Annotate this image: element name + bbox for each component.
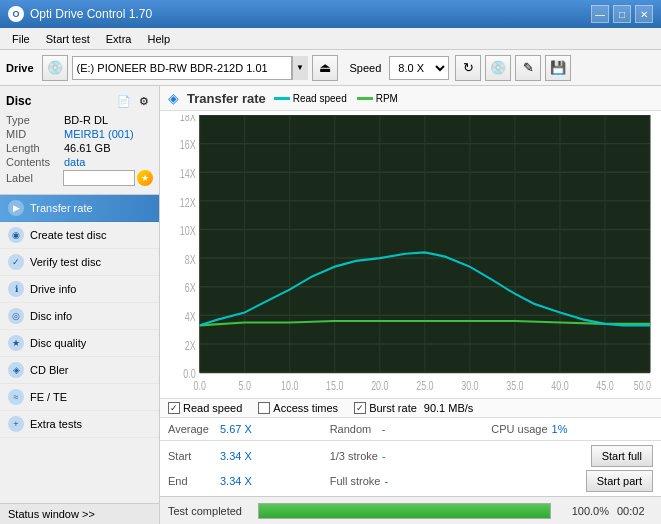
legend-rpm: RPM bbox=[357, 93, 398, 104]
cb-burst-rate-label: Burst rate bbox=[369, 402, 417, 414]
nav-drive-info-label: Drive info bbox=[30, 283, 76, 295]
nav-create-test-disc[interactable]: ◉ Create test disc bbox=[0, 222, 159, 249]
nav-transfer-rate[interactable]: ▶ Transfer rate bbox=[0, 195, 159, 222]
svg-text:8X: 8X bbox=[185, 252, 196, 266]
svg-text:50.0 GB: 50.0 GB bbox=[634, 378, 653, 392]
start-value: 3.34 X bbox=[220, 450, 252, 462]
chart-header: ◈ Transfer rate Read speed RPM bbox=[160, 86, 661, 111]
disc-button[interactable]: 💿 bbox=[485, 55, 511, 81]
stroke13-value: - bbox=[382, 450, 386, 462]
length-value: 46.61 GB bbox=[64, 142, 110, 154]
menu-start-test[interactable]: Start test bbox=[38, 31, 98, 47]
nav-verify-test-disc[interactable]: ✓ Verify test disc bbox=[0, 249, 159, 276]
eject-button[interactable]: ⏏ bbox=[312, 55, 338, 81]
action-rows: Start 3.34 X 1/3 stroke - Start full End… bbox=[160, 441, 661, 496]
progress-area: Test completed 100.0% 00:02 bbox=[160, 496, 661, 524]
write-button[interactable]: ✎ bbox=[515, 55, 541, 81]
nav-create-test-disc-label: Create test disc bbox=[30, 229, 106, 241]
svg-text:18X: 18X bbox=[180, 115, 196, 123]
nav-cd-bler[interactable]: ◈ CD Bler bbox=[0, 357, 159, 384]
drive-info-icon: ℹ bbox=[8, 281, 24, 297]
end-label: End bbox=[168, 475, 216, 487]
sidebar: Disc 📄 ⚙ Type BD-R DL MID MEIRB1 (001) L… bbox=[0, 86, 160, 524]
progress-time: 00:02 bbox=[617, 505, 653, 517]
cb-access-times-box[interactable] bbox=[258, 402, 270, 414]
svg-text:0.0: 0.0 bbox=[193, 378, 205, 392]
start-part-button[interactable]: Start part bbox=[586, 470, 653, 492]
disc-panel: Disc 📄 ⚙ Type BD-R DL MID MEIRB1 (001) L… bbox=[0, 86, 159, 195]
legend-read-label: Read speed bbox=[293, 93, 347, 104]
nav-disc-info-label: Disc info bbox=[30, 310, 72, 322]
nav-disc-info[interactable]: ◎ Disc info bbox=[0, 303, 159, 330]
chart-icon: ◈ bbox=[168, 90, 179, 106]
progress-bar-fill bbox=[259, 504, 550, 518]
svg-text:10X: 10X bbox=[180, 224, 196, 238]
contents-value[interactable]: data bbox=[64, 156, 85, 168]
average-label: Average bbox=[168, 423, 216, 435]
random-label: Random bbox=[330, 423, 378, 435]
transfer-rate-icon: ▶ bbox=[8, 200, 24, 216]
type-value: BD-R DL bbox=[64, 114, 108, 126]
burst-rate-value: 90.1 MB/s bbox=[424, 402, 474, 414]
app-icon: O bbox=[8, 6, 24, 22]
nav-transfer-rate-label: Transfer rate bbox=[30, 202, 93, 214]
legend-read-speed: Read speed bbox=[274, 93, 347, 104]
close-button[interactable]: ✕ bbox=[635, 5, 653, 23]
average-value: 5.67 X bbox=[220, 423, 252, 435]
svg-text:40.0: 40.0 bbox=[551, 378, 568, 392]
svg-text:30.0: 30.0 bbox=[461, 378, 478, 392]
svg-text:45.0: 45.0 bbox=[596, 378, 613, 392]
menu-help[interactable]: Help bbox=[139, 31, 178, 47]
nav-fe-te-label: FE / TE bbox=[30, 391, 67, 403]
toolbar: Drive 💿 (E:) PIONEER BD-RW BDR-212D 1.01… bbox=[0, 50, 661, 86]
disc-title: Disc bbox=[6, 94, 31, 108]
svg-text:5.0: 5.0 bbox=[239, 378, 251, 392]
label-icon[interactable]: ★ bbox=[137, 170, 153, 186]
nav-cd-bler-label: CD Bler bbox=[30, 364, 69, 376]
chart-container: 18X 16X 14X 12X 10X 8X 6X 4X 2X 0.0 0.0 … bbox=[160, 111, 661, 398]
contents-label: Contents bbox=[6, 156, 64, 168]
cb-read-speed[interactable]: Read speed bbox=[168, 402, 242, 414]
label-label: Label bbox=[6, 172, 63, 184]
svg-text:6X: 6X bbox=[185, 281, 196, 295]
nav-drive-info[interactable]: ℹ Drive info bbox=[0, 276, 159, 303]
cb-access-times[interactable]: Access times bbox=[258, 402, 338, 414]
legend-rpm-label: RPM bbox=[376, 93, 398, 104]
cb-burst-rate-box[interactable] bbox=[354, 402, 366, 414]
disc-info-icon[interactable]: 📄 bbox=[115, 92, 133, 110]
disc-settings-icon[interactable]: ⚙ bbox=[135, 92, 153, 110]
label-input[interactable] bbox=[63, 170, 135, 186]
drive-icon-button[interactable]: 💿 bbox=[42, 55, 68, 81]
cb-read-speed-box[interactable] bbox=[168, 402, 180, 414]
save-button[interactable]: 💾 bbox=[545, 55, 571, 81]
cpu-label: CPU usage bbox=[491, 423, 547, 435]
fe-te-icon: ≈ bbox=[8, 389, 24, 405]
nav-extra-tests[interactable]: + Extra tests bbox=[0, 411, 159, 438]
svg-text:14X: 14X bbox=[180, 166, 196, 180]
refresh-button[interactable]: ↻ bbox=[455, 55, 481, 81]
nav-fe-te[interactable]: ≈ FE / TE bbox=[0, 384, 159, 411]
menu-extra[interactable]: Extra bbox=[98, 31, 140, 47]
menu-file[interactable]: File bbox=[4, 31, 38, 47]
mid-label: MID bbox=[6, 128, 64, 140]
cb-burst-rate[interactable]: Burst rate 90.1 MB/s bbox=[354, 402, 473, 414]
type-label: Type bbox=[6, 114, 64, 126]
status-window-label: Status window >> bbox=[8, 508, 95, 520]
cb-access-times-label: Access times bbox=[273, 402, 338, 414]
stats-grid: Average 5.67 X Random - CPU usage 1% bbox=[160, 418, 661, 441]
maximize-button[interactable]: □ bbox=[613, 5, 631, 23]
drive-select[interactable]: (E:) PIONEER BD-RW BDR-212D 1.01 bbox=[72, 56, 292, 80]
start-full-button[interactable]: Start full bbox=[591, 445, 653, 467]
status-window-button[interactable]: Status window >> bbox=[0, 503, 159, 524]
drive-select-arrow[interactable]: ▼ bbox=[292, 56, 308, 80]
minimize-button[interactable]: — bbox=[591, 5, 609, 23]
chart-title: Transfer rate bbox=[187, 91, 266, 106]
nav-extra-tests-label: Extra tests bbox=[30, 418, 82, 430]
svg-text:20.0: 20.0 bbox=[371, 378, 388, 392]
nav-disc-quality[interactable]: ★ Disc quality bbox=[0, 330, 159, 357]
speed-select[interactable]: 8.0 X bbox=[389, 56, 449, 80]
svg-text:15.0: 15.0 bbox=[326, 378, 343, 392]
cb-read-speed-label: Read speed bbox=[183, 402, 242, 414]
progress-bar bbox=[258, 503, 551, 519]
cpu-value: 1% bbox=[552, 423, 568, 435]
